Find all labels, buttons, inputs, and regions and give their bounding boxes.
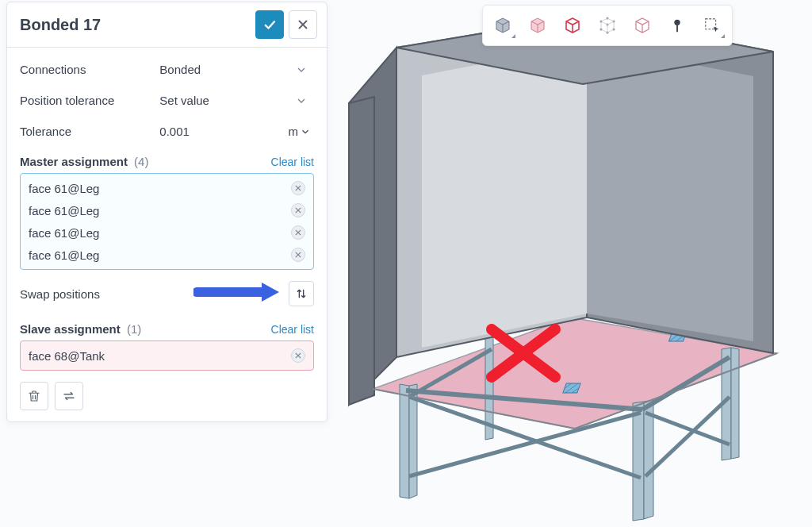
viewport-3d[interactable] bbox=[333, 0, 812, 527]
swap-label: Swap positions bbox=[20, 287, 100, 301]
select-connections[interactable]: Bonded bbox=[158, 60, 314, 79]
remove-item-button[interactable] bbox=[291, 225, 305, 240]
master-item-label: face 61@Leg bbox=[29, 204, 99, 217]
list-item[interactable]: face 61@Leg bbox=[21, 221, 313, 244]
svg-marker-15 bbox=[644, 400, 653, 519]
row-position-tolerance: Position tolerance Set value bbox=[20, 85, 314, 116]
svg-marker-16 bbox=[400, 384, 409, 498]
cube-edges-icon bbox=[563, 16, 582, 35]
slave-assignment-header: Slave assignment (1) Clear list bbox=[20, 314, 314, 340]
view-toolbar bbox=[482, 5, 733, 46]
x-icon bbox=[295, 185, 301, 191]
trash-icon bbox=[27, 389, 41, 403]
svg-marker-13 bbox=[731, 348, 739, 459]
input-tolerance[interactable]: 0.001 bbox=[158, 121, 288, 141]
slave-label: Slave assignment bbox=[20, 322, 121, 336]
slave-item-label: face 68@Tank bbox=[29, 349, 105, 363]
select-tolerance-unit[interactable]: m bbox=[289, 125, 315, 138]
label-position-tolerance: Position tolerance bbox=[20, 94, 158, 107]
chevron-down-icon bbox=[300, 126, 311, 137]
select-connections-value: Bonded bbox=[159, 63, 201, 76]
master-assignment-list: face 61@Leg face 61@Leg face 61@Leg face… bbox=[20, 173, 314, 270]
delete-button[interactable] bbox=[20, 382, 48, 410]
cube-surface-icon bbox=[528, 16, 547, 35]
row-tolerance: Tolerance 0.001 m bbox=[20, 116, 314, 147]
panel-body: Connections Bonded Position tolerance Se… bbox=[7, 48, 327, 421]
view-solid-button[interactable] bbox=[486, 9, 519, 42]
list-item[interactable]: face 61@Leg bbox=[21, 177, 313, 199]
master-label: Master assignment bbox=[20, 155, 128, 168]
cube-solid-icon bbox=[493, 16, 512, 35]
check-icon bbox=[262, 17, 277, 32]
model-rendering bbox=[333, 0, 812, 527]
panel-header: Bonded 17 bbox=[7, 2, 327, 48]
master-assignment-header: Master assignment (4) Clear list bbox=[20, 147, 314, 173]
view-surface-button[interactable] bbox=[521, 9, 554, 42]
swap-row: Swap positions bbox=[20, 270, 314, 314]
panel-title: Bonded 17 bbox=[20, 16, 251, 34]
properties-panel: Bonded 17 Connections Bonded Position to… bbox=[6, 2, 327, 422]
label-tolerance: Tolerance bbox=[20, 125, 158, 138]
svg-point-7 bbox=[674, 20, 680, 25]
list-item[interactable]: face 68@Tank bbox=[21, 344, 313, 367]
remove-item-button[interactable] bbox=[291, 203, 305, 217]
view-nodes-button[interactable] bbox=[591, 9, 624, 42]
probe-icon bbox=[668, 17, 686, 34]
close-button[interactable] bbox=[289, 10, 317, 39]
master-clear-button[interactable]: Clear list bbox=[271, 156, 314, 168]
svg-marker-37 bbox=[349, 97, 374, 405]
probe-button[interactable] bbox=[661, 9, 694, 42]
chevron-down-icon bbox=[295, 94, 308, 107]
list-item[interactable]: face 61@Leg bbox=[21, 244, 313, 266]
master-item-label: face 61@Leg bbox=[29, 248, 99, 262]
x-icon bbox=[295, 252, 301, 258]
swap-alt-button[interactable] bbox=[55, 382, 83, 410]
chevron-down-icon bbox=[295, 63, 308, 76]
panel-footer bbox=[20, 371, 314, 410]
x-icon bbox=[295, 207, 301, 213]
box-select-button[interactable] bbox=[695, 9, 729, 42]
remove-item-button[interactable] bbox=[291, 348, 305, 363]
slave-clear-button[interactable]: Clear list bbox=[271, 323, 314, 336]
close-icon bbox=[296, 17, 310, 32]
view-edges-button[interactable] bbox=[556, 9, 589, 42]
swap-icon bbox=[295, 287, 308, 300]
master-item-label: face 61@Leg bbox=[29, 182, 99, 195]
cube-nodes-icon bbox=[598, 16, 617, 35]
svg-line-21 bbox=[645, 397, 730, 476]
view-wire-button[interactable] bbox=[626, 9, 659, 42]
label-connections: Connections bbox=[20, 63, 158, 76]
exchange-icon bbox=[62, 389, 76, 403]
slave-count: (1) bbox=[127, 322, 141, 336]
remove-item-button[interactable] bbox=[291, 248, 305, 262]
box-select-icon bbox=[703, 17, 721, 34]
swap-positions-button[interactable] bbox=[289, 281, 314, 306]
select-position-tolerance[interactable]: Set value bbox=[158, 90, 314, 110]
remove-item-button[interactable] bbox=[291, 181, 305, 195]
x-icon bbox=[295, 229, 301, 236]
select-position-tolerance-value: Set value bbox=[159, 94, 209, 107]
svg-marker-32 bbox=[422, 44, 587, 348]
master-item-label: face 61@Leg bbox=[29, 226, 99, 240]
list-item[interactable]: face 61@Leg bbox=[21, 199, 313, 221]
svg-marker-14 bbox=[633, 402, 644, 521]
x-icon bbox=[295, 352, 301, 359]
svg-line-22 bbox=[645, 413, 730, 444]
row-connections: Connections Bonded bbox=[20, 54, 314, 85]
confirm-button[interactable] bbox=[255, 10, 284, 39]
annotation-arrow-icon bbox=[193, 281, 281, 303]
tolerance-unit-value: m bbox=[289, 125, 299, 138]
cube-wire-icon bbox=[633, 16, 652, 35]
svg-marker-33 bbox=[587, 44, 753, 341]
slave-assignment-list: face 68@Tank bbox=[20, 340, 314, 371]
svg-rect-28 bbox=[563, 383, 580, 393]
master-count: (4) bbox=[134, 155, 148, 168]
